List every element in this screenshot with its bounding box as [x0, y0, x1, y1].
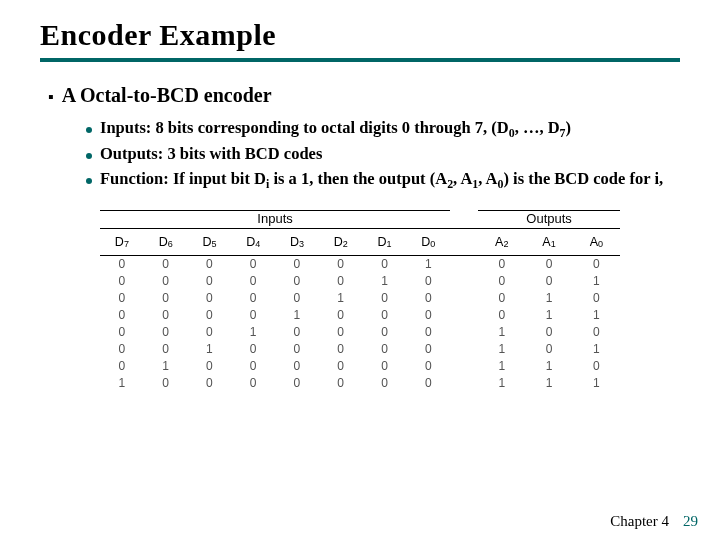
cell: 0 — [363, 324, 407, 341]
cell: 0 — [363, 358, 407, 375]
cell: 0 — [231, 307, 275, 324]
cell: 0 — [406, 358, 450, 375]
cell: 0 — [231, 358, 275, 375]
cell: 0 — [363, 307, 407, 324]
dot-icon — [86, 178, 92, 184]
cell: 1 — [100, 375, 144, 392]
col-header: A1 — [525, 229, 572, 256]
cell: 1 — [478, 375, 525, 392]
truth-table: Inputs Outputs D7D6D5D4D3D2D1D0A2A1A0 00… — [100, 210, 620, 392]
cell: 1 — [573, 273, 620, 290]
cell: 0 — [363, 290, 407, 307]
cell: 0 — [319, 358, 363, 375]
cell: 0 — [100, 290, 144, 307]
cell: 1 — [478, 358, 525, 375]
cell: 0 — [275, 256, 319, 273]
cell: 0 — [188, 375, 232, 392]
cell: 0 — [406, 324, 450, 341]
square-bullet-icon: ▪ — [48, 89, 54, 105]
cell: 0 — [100, 341, 144, 358]
bullet-inputs: Inputs: 8 bits corresponding to octal di… — [86, 117, 680, 141]
cell: 0 — [144, 273, 188, 290]
cell: 0 — [406, 273, 450, 290]
cell-sep — [450, 375, 478, 392]
table-row: 00000010001 — [100, 273, 620, 290]
col-header: D6 — [144, 229, 188, 256]
cell: 0 — [275, 375, 319, 392]
cell-sep — [450, 290, 478, 307]
cell-sep — [450, 307, 478, 324]
cell: 0 — [275, 324, 319, 341]
cell: 0 — [275, 273, 319, 290]
title-rule — [40, 58, 680, 62]
cell: 0 — [406, 290, 450, 307]
col-header: D2 — [319, 229, 363, 256]
col-header: D5 — [188, 229, 232, 256]
cell: 0 — [319, 256, 363, 273]
cell: 0 — [188, 307, 232, 324]
cell: 0 — [100, 324, 144, 341]
t: Function: If input bit D — [100, 169, 266, 188]
cell: 1 — [525, 375, 572, 392]
cell: 1 — [525, 358, 572, 375]
cell: 1 — [231, 324, 275, 341]
bullet-outputs: Outputs: 3 bits with BCD codes — [86, 143, 680, 165]
table-row: 00100000101 — [100, 341, 620, 358]
col-header: D3 — [275, 229, 319, 256]
bullet-inputs-text: Inputs: 8 bits corresponding to octal di… — [100, 117, 571, 141]
cell-sep — [450, 358, 478, 375]
cell: 0 — [525, 324, 572, 341]
t: ) is the BCD code for i, — [503, 169, 663, 188]
cell: 0 — [573, 358, 620, 375]
cell: 0 — [144, 375, 188, 392]
cell: 0 — [144, 341, 188, 358]
cell: 0 — [144, 290, 188, 307]
col-header: D4 — [231, 229, 275, 256]
cell: 0 — [319, 375, 363, 392]
cell: 1 — [478, 341, 525, 358]
cell-sep — [450, 324, 478, 341]
table-row: 00010000100 — [100, 324, 620, 341]
cell: 1 — [275, 307, 319, 324]
footer-chapter: Chapter 4 — [610, 513, 669, 530]
cell: 0 — [188, 256, 232, 273]
cell: 1 — [573, 307, 620, 324]
t: , A — [453, 169, 472, 188]
cell: 0 — [406, 341, 450, 358]
cell: 0 — [231, 290, 275, 307]
cell: 0 — [478, 273, 525, 290]
cell: 0 — [144, 256, 188, 273]
cell: 1 — [363, 273, 407, 290]
cell: 0 — [363, 341, 407, 358]
page-title: Encoder Example — [40, 18, 680, 52]
cell-sep — [450, 341, 478, 358]
cell: 1 — [573, 341, 620, 358]
cell: 0 — [275, 341, 319, 358]
cell: 0 — [478, 256, 525, 273]
table-row: 00000100010 — [100, 290, 620, 307]
cell: 0 — [319, 307, 363, 324]
col-header: A0 — [573, 229, 620, 256]
group-sep — [450, 210, 478, 228]
cell: 0 — [275, 290, 319, 307]
cell: 1 — [319, 290, 363, 307]
cell: 0 — [231, 341, 275, 358]
bullet-outputs-text: Outputs: 3 bits with BCD codes — [100, 143, 322, 165]
t: ) — [566, 118, 572, 137]
cell: 1 — [573, 375, 620, 392]
cell: 0 — [231, 375, 275, 392]
cell: 1 — [525, 290, 572, 307]
cell: 1 — [188, 341, 232, 358]
cell: 0 — [363, 375, 407, 392]
cell: 0 — [319, 273, 363, 290]
cell: 1 — [144, 358, 188, 375]
cell: 0 — [231, 273, 275, 290]
cell: 0 — [100, 358, 144, 375]
cell: 0 — [363, 256, 407, 273]
table-row: 00001000011 — [100, 307, 620, 324]
cell: 0 — [573, 290, 620, 307]
slide: Encoder Example ▪ A Octal-to-BCD encoder… — [0, 0, 720, 392]
cell: 0 — [478, 307, 525, 324]
col-sep — [450, 229, 478, 256]
cell: 0 — [188, 358, 232, 375]
